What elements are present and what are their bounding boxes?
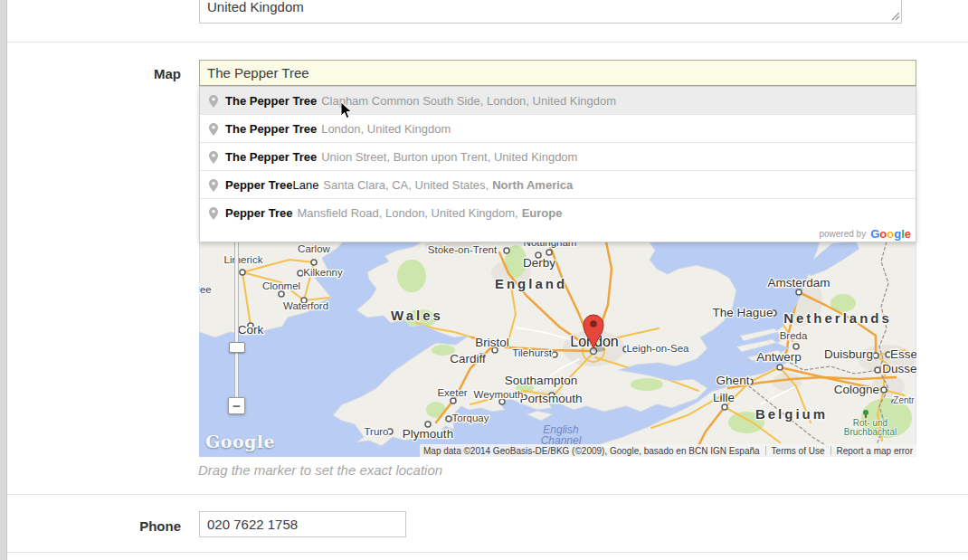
zoom-out-button[interactable]: − (228, 397, 245, 414)
divider (7, 42, 968, 43)
map-attribution: Map data ©2014 GeoBasis-DE/BKG (©2009), … (420, 444, 916, 457)
svg-text:Cork: Cork (238, 323, 264, 337)
svg-text:Bristol: Bristol (475, 336, 509, 349)
svg-text:Breda: Breda (780, 330, 808, 341)
place-pin-icon (208, 94, 219, 109)
svg-text:Stoke-on-Trent: Stoke-on-Trent (428, 244, 498, 255)
svg-text:Carlow: Carlow (298, 243, 330, 254)
svg-text:Zentr: Zentr (893, 395, 915, 405)
divider (7, 494, 968, 495)
place-pin-icon (208, 178, 219, 193)
svg-text:Duisburg: Duisburg (824, 347, 873, 361)
svg-text:Truro: Truro (364, 426, 388, 437)
svg-text:England: England (495, 276, 567, 291)
svg-text:Weymouth: Weymouth (474, 389, 524, 400)
svg-text:Amsterdam: Amsterdam (767, 276, 830, 289)
divider (7, 552, 968, 553)
place-pin-icon (208, 122, 219, 137)
resize-grip-icon[interactable] (890, 11, 900, 21)
phone-field-label: Phone (0, 518, 181, 534)
svg-text:Bruchbachtal: Bruchbachtal (844, 427, 897, 437)
place-pin-icon (208, 150, 219, 165)
svg-text:Limerick: Limerick (224, 254, 263, 265)
google-map[interactable]: leeLimerickCarlowKilkennyClonmelWaterfor… (199, 242, 916, 457)
svg-text:Cardiff: Cardiff (450, 352, 486, 365)
svg-text:The Hague: The Hague (713, 306, 773, 319)
svg-text:Portsmouth: Portsmouth (519, 392, 582, 405)
zoom-slider-track[interactable] (234, 242, 239, 400)
svg-text:Wales: Wales (391, 308, 443, 323)
svg-text:Clonmel: Clonmel (262, 280, 300, 291)
powered-by-google: powered byGoogle (200, 226, 916, 242)
svg-text:Esse: Esse (890, 347, 916, 361)
svg-text:Torquay: Torquay (452, 413, 489, 423)
svg-text:Lille: Lille (713, 391, 735, 404)
google-watermark: Google (205, 432, 275, 451)
terms-link[interactable]: Terms of Use (772, 446, 825, 456)
drag-marker-hint: Drag the marker to set the exact locatio… (198, 462, 442, 478)
map-field-label: Map (0, 66, 181, 81)
svg-text:Waterford: Waterford (283, 300, 328, 311)
svg-text:Dussel: Dussel (882, 362, 916, 375)
autocomplete-item[interactable]: The Pepper TreeUnion Street, Burton upon… (200, 142, 916, 170)
place-pin-icon (208, 206, 219, 221)
autocomplete-item[interactable]: Pepper TreeMansfield Road, London, Unite… (200, 198, 916, 226)
location-form-page: United Kingdom Map The Pepper TreeClapha… (0, 0, 968, 560)
page-edge (0, 0, 7, 560)
svg-text:Exeter: Exeter (437, 387, 467, 398)
svg-text:Plymouth: Plymouth (403, 427, 453, 441)
svg-text:Ghent: Ghent (717, 374, 750, 387)
autocomplete-item[interactable]: Pepper Tree LaneSanta Clara, CA, United … (200, 170, 916, 198)
phone-input[interactable] (199, 511, 406, 537)
map-canvas[interactable]: leeLimerickCarlowKilkennyClonmelWaterfor… (199, 242, 916, 457)
country-textarea[interactable]: United Kingdom (199, 0, 902, 24)
zoom-slider-handle[interactable] (229, 342, 245, 353)
autocomplete-item[interactable]: The Pepper TreeLondon, United Kingdom (200, 114, 916, 142)
svg-text:Belgium: Belgium (755, 406, 828, 422)
attribution-text: Map data ©2014 GeoBasis-DE/BKG (©2009), … (423, 446, 760, 456)
svg-text:Derby: Derby (523, 256, 555, 270)
svg-text:lee: lee (199, 284, 212, 295)
svg-text:Tilehurst: Tilehurst (512, 347, 552, 358)
map-search-input[interactable] (199, 60, 916, 86)
svg-text:Kilkenny: Kilkenny (303, 267, 343, 278)
report-error-link[interactable]: Report a map error (837, 446, 913, 456)
autocomplete-item[interactable]: The Pepper TreeClapham Common South Side… (200, 87, 916, 114)
autocomplete-dropdown: The Pepper TreeClapham Common South Side… (199, 86, 916, 242)
svg-text:Cologne: Cologne (834, 383, 879, 396)
svg-text:Southampton: Southampton (505, 374, 577, 387)
svg-text:Nottingham: Nottingham (524, 242, 577, 248)
svg-text:Leigh-on-Sea: Leigh-on-Sea (626, 343, 689, 354)
google-logo: Google (870, 227, 911, 241)
svg-text:Netherlands: Netherlands (783, 310, 892, 326)
svg-text:Antwerp: Antwerp (756, 350, 802, 364)
